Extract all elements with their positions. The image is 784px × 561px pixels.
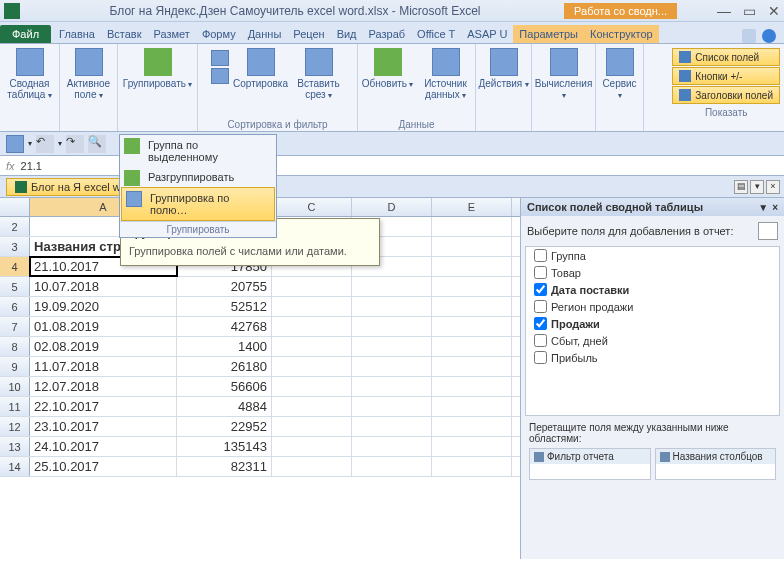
tab-home[interactable]: Главна [53, 25, 101, 43]
cell[interactable]: 135143 [177, 437, 272, 456]
sort-button[interactable]: Сортировка [233, 46, 289, 91]
cell[interactable]: 26180 [177, 357, 272, 376]
cell[interactable]: 20755 [177, 277, 272, 296]
print-preview-button[interactable]: 🔍 [88, 135, 106, 153]
tab-options[interactable]: Параметры [513, 25, 584, 43]
tab-developer[interactable]: Разраб [363, 25, 412, 43]
qat-dropdown[interactable]: ▾ [28, 139, 32, 148]
tab-close-button[interactable]: × [766, 180, 780, 194]
col-header-d[interactable]: D [352, 198, 432, 216]
minimize-button[interactable]: — [717, 3, 731, 19]
row-header[interactable]: 12 [0, 417, 30, 436]
plusminus-toggle[interactable]: Кнопки +/- [672, 67, 780, 85]
tab-insert[interactable]: Вставк [101, 25, 148, 43]
group-button[interactable]: Группировать [120, 46, 196, 91]
cell[interactable]: 10.07.2018 [30, 277, 177, 296]
report-filter-zone[interactable]: Фильтр отчета [529, 448, 651, 480]
field-checkbox[interactable] [534, 249, 547, 262]
col-header-c[interactable]: C [272, 198, 352, 216]
row-header[interactable]: 10 [0, 377, 30, 396]
cell[interactable]: 23.10.2017 [30, 417, 177, 436]
field-list-close[interactable]: × [772, 202, 778, 213]
maximize-button[interactable]: ▭ [743, 3, 756, 19]
cell[interactable]: 4884 [177, 397, 272, 416]
cell[interactable]: 22.10.2017 [30, 397, 177, 416]
field-item[interactable]: Регион продажи [534, 298, 771, 315]
tab-office[interactable]: Office T [411, 25, 461, 43]
cell[interactable]: 1400 [177, 337, 272, 356]
tab-formulas[interactable]: Форму [196, 25, 242, 43]
formula-value[interactable]: 21.1 [21, 160, 42, 172]
field-item[interactable]: Товар [534, 264, 771, 281]
field-list-toggle[interactable]: Список полей [672, 48, 780, 66]
field-item[interactable]: Продажи [534, 315, 771, 332]
sort-asc-button[interactable] [211, 50, 229, 66]
field-checkbox[interactable] [534, 351, 547, 364]
row-header[interactable]: 4 [0, 257, 30, 276]
ungroup-item[interactable]: Разгруппировать [120, 167, 276, 187]
tab-layout[interactable]: Размет [148, 25, 196, 43]
row-header[interactable]: 7 [0, 317, 30, 336]
field-checkbox[interactable] [534, 266, 547, 279]
sort-desc-button[interactable] [211, 68, 229, 84]
cell[interactable]: 82311 [177, 457, 272, 476]
row-header[interactable]: 5 [0, 277, 30, 296]
row-header[interactable]: 2 [0, 217, 30, 236]
cell[interactable]: 42768 [177, 317, 272, 336]
cell[interactable]: 22952 [177, 417, 272, 436]
column-labels-zone[interactable]: Названия столбцов [655, 448, 777, 480]
row-header[interactable]: 14 [0, 457, 30, 476]
field-item[interactable]: Прибыль [534, 349, 771, 366]
select-all-corner[interactable] [0, 198, 30, 216]
help-button[interactable] [762, 29, 776, 43]
group-field-item[interactable]: Группировка по полю… [121, 187, 275, 221]
field-list-dropdown[interactable]: ▼ [758, 202, 768, 213]
cell[interactable]: 11.07.2018 [30, 357, 177, 376]
row-header[interactable]: 13 [0, 437, 30, 456]
cell[interactable]: 24.10.2017 [30, 437, 177, 456]
cell[interactable]: 52512 [177, 297, 272, 316]
tab-view[interactable]: Вид [331, 25, 363, 43]
file-tab[interactable]: Файл [0, 25, 51, 43]
cell[interactable]: 12.07.2018 [30, 377, 177, 396]
row-header[interactable]: 8 [0, 337, 30, 356]
field-checkbox[interactable] [534, 334, 547, 347]
tab-data[interactable]: Данны [242, 25, 288, 43]
calculations-button[interactable]: Вычисления [536, 46, 592, 102]
insert-slicer-button[interactable]: Вставить срез [291, 46, 347, 102]
row-header[interactable]: 6 [0, 297, 30, 316]
tab-asap[interactable]: ASAP U [461, 25, 513, 43]
col-header-e[interactable]: E [432, 198, 512, 216]
cell[interactable]: 01.08.2019 [30, 317, 177, 336]
cell[interactable]: 25.10.2017 [30, 457, 177, 476]
group-selection-item[interactable]: Группа по выделенному [120, 135, 276, 167]
field-checkbox[interactable] [534, 317, 547, 330]
field-headers-toggle[interactable]: Заголовки полей [672, 86, 780, 104]
undo-button[interactable]: ↶ [36, 135, 54, 153]
redo-button[interactable]: ↷ [66, 135, 84, 153]
tab-dropdown-button[interactable]: ▾ [750, 180, 764, 194]
service-button[interactable]: Сервис [598, 46, 642, 102]
tab-nav-button[interactable]: ▤ [734, 180, 748, 194]
layout-options-button[interactable] [758, 222, 778, 240]
row-header[interactable]: 11 [0, 397, 30, 416]
save-button[interactable] [6, 135, 24, 153]
row-header[interactable]: 9 [0, 357, 30, 376]
active-field-button[interactable]: Активное поле [61, 46, 117, 102]
cell[interactable]: 19.09.2020 [30, 297, 177, 316]
field-item[interactable]: Дата поставки [534, 281, 771, 298]
refresh-button[interactable]: Обновить [360, 46, 416, 91]
minimize-ribbon-button[interactable] [742, 29, 756, 43]
tab-review[interactable]: Рецен [287, 25, 330, 43]
pivot-table-button[interactable]: Сводная таблица [2, 46, 58, 102]
cell[interactable]: 02.08.2019 [30, 337, 177, 356]
tab-design[interactable]: Конструктор [584, 25, 659, 43]
actions-button[interactable]: Действия [476, 46, 532, 91]
row-header[interactable]: 3 [0, 237, 30, 256]
close-button[interactable]: ✕ [768, 3, 780, 19]
field-checkbox[interactable] [534, 300, 547, 313]
data-source-button[interactable]: Источник данных [418, 46, 474, 102]
field-checkbox[interactable] [534, 283, 547, 296]
field-item[interactable]: Группа [534, 247, 771, 264]
field-item[interactable]: Сбыт, дней [534, 332, 771, 349]
